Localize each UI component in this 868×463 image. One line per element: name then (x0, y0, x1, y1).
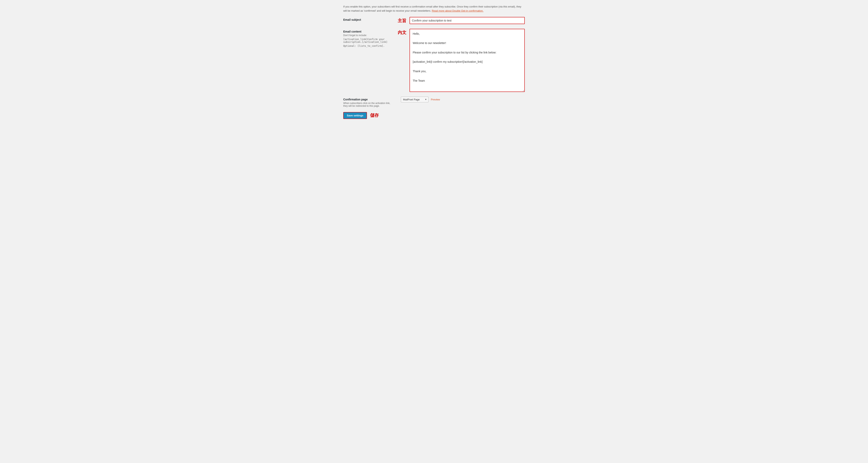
save-annotation: 儲存 (370, 113, 379, 118)
page-wrapper: If you enable this option, your subscrib… (339, 0, 529, 127)
top-description: If you enable this option, your subscrib… (343, 5, 525, 13)
confirmation-page-control-col: MailPoet Page ▼ Preview (401, 97, 525, 102)
email-content-textarea[interactable]: Hello, Welcome to our newsletter! Please… (409, 29, 525, 92)
email-subject-input[interactable] (409, 17, 525, 24)
confirmation-page-label: Confirmation page (343, 98, 395, 101)
actions-row: Save settings 儲存 (343, 112, 525, 119)
confirmation-page-select[interactable]: MailPoet Page (401, 97, 429, 102)
confirmation-page-row: Confirmation page When subscribers click… (343, 97, 525, 107)
subject-annotation: 主旨 (398, 18, 406, 24)
email-content-hint-1: [activation_link]Confirm your subscripti… (343, 38, 395, 43)
read-more-link[interactable]: Read more about Double Opt-in confirmati… (432, 9, 484, 12)
page-select-wrapper: MailPoet Page ▼ (401, 97, 429, 102)
save-settings-button[interactable]: Save settings (343, 112, 367, 119)
content-annotation-col: 內文 (398, 29, 406, 35)
email-subject-control-col (409, 17, 525, 24)
email-content-control-col: Hello, Welcome to our newsletter! Please… (409, 29, 525, 92)
email-subject-row: Email subject 主旨 (343, 17, 525, 24)
email-subject-label: Email subject (343, 18, 395, 21)
confirmation-page-sublabel: When subscribers click on the activation… (343, 102, 395, 107)
email-content-row: Email content Don't forget to include: [… (343, 29, 525, 92)
confirmation-page-label-col: Confirmation page When subscribers click… (343, 97, 395, 107)
email-content-label: Email content (343, 30, 395, 33)
subject-annotation-col: 主旨 (398, 17, 406, 24)
email-content-sublabel: Don't forget to include: (343, 34, 395, 37)
content-annotation: 內文 (398, 30, 406, 35)
email-content-label-col: Email content Don't forget to include: [… (343, 29, 395, 48)
select-preview-row: MailPoet Page ▼ Preview (401, 97, 525, 102)
email-content-hint-2: Optional: [lists_to_confirm]. (343, 44, 395, 48)
email-subject-label-col: Email subject (343, 17, 395, 21)
preview-link[interactable]: Preview (431, 98, 440, 101)
